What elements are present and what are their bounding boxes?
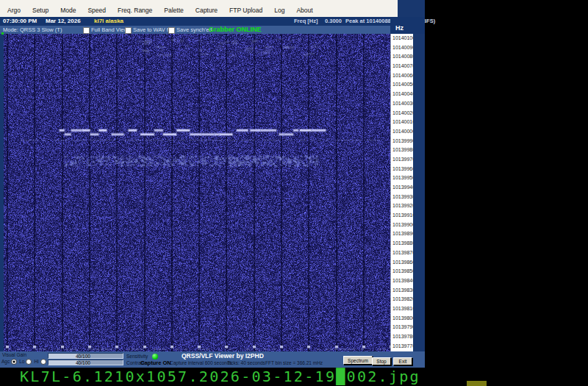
freq-scale-label: 10139900	[391, 221, 413, 230]
olive-artifact-block	[467, 381, 487, 386]
contrast-slider[interactable]: 40/100	[48, 360, 123, 365]
hz-unit-label: Hz	[395, 24, 404, 32]
visual-gain-option-label: Lo	[19, 359, 24, 364]
visual-gain-radio-agc[interactable]	[11, 359, 17, 365]
menu-item-setup[interactable]: Setup	[26, 7, 54, 17]
menu-bar: ArgoSetupModeSpeedFreq. RangePaletteCapt…	[0, 0, 398, 17]
freq-scale-label: 10139910	[391, 211, 413, 221]
freq-scale-label: 10140000	[391, 127, 413, 137]
controls-row: Mode: QRSS 3 Slow (T) Full Band View Sav…	[0, 26, 390, 34]
freq-scale-label: 10139770	[391, 342, 413, 351]
freq-scale-label: 10139920	[391, 201, 413, 211]
visual-gain-radio-lo[interactable]	[26, 359, 32, 365]
grabber-online-status: Grabber ONLINE	[209, 26, 262, 33]
freq-scale-label: 10139980	[391, 146, 413, 155]
freq-scale-label: 10139960	[391, 165, 413, 174]
spectrum-button[interactable]: Spectrum	[343, 356, 373, 365]
freq-scale-label: 10140100	[391, 34, 413, 43]
full-band-view-label: Full Band View	[91, 26, 128, 33]
freq-scale-label: 10139860	[391, 258, 413, 268]
status-bar: 07:30:00 PM Mar 12, 2026 kl7l alaska Fre…	[0, 17, 425, 26]
freq-scale-label: 10140090	[391, 43, 413, 53]
freq-scale-label: 10139880	[391, 239, 413, 249]
mode-readout: Mode: QRSS 3 Slow (T)	[3, 26, 62, 33]
freq-scale-label: 10139940	[391, 183, 413, 193]
freq-scale-label: 10139820	[391, 295, 413, 304]
freq-scale-label: 10140030	[391, 99, 413, 109]
exit-button[interactable]: Exit	[393, 357, 412, 365]
freq-scale-label: 10139870	[391, 249, 413, 258]
freq-scale-label: 10139780	[391, 332, 413, 342]
menu-item-mode[interactable]: Mode	[54, 7, 82, 17]
capture-interval-info: Capture interval 600 seconds	[170, 360, 232, 365]
fft-bin-info: FFT bin size = 366.21 mHz	[265, 360, 323, 365]
capture-on-status: Capture ON	[140, 360, 171, 366]
freq-scale-label: 10139790	[391, 323, 413, 332]
capture-led-icon	[152, 354, 158, 360]
save-synched-label: Save synch'ed	[176, 26, 212, 33]
spectrogram-canvas[interactable]	[4, 34, 390, 351]
freq-scale-label: 10139800	[391, 314, 413, 324]
freq-scale-label: 10139950	[391, 174, 413, 183]
app-title: QRSS/VLF Viewer by I2PHD	[182, 352, 264, 360]
freq-readout-label: Freq [Hz]	[294, 18, 318, 24]
freq-scale-label: 10139840	[391, 276, 413, 286]
freq-scale-label: 10139930	[391, 193, 413, 202]
callsign-label: kl7l alaska	[94, 18, 123, 24]
frequency-scale: 1014010010140090101400801014007010140060…	[390, 34, 413, 351]
freq-scale-label: 10139990	[391, 137, 413, 146]
freq-scale-label: 10139890	[391, 229, 413, 239]
sensitivity-slider-fill	[49, 354, 78, 358]
freq-readout-value: 0.3000	[325, 18, 342, 24]
freq-scale-label: 10140080	[391, 52, 413, 62]
stop-button[interactable]: Stop	[372, 357, 391, 365]
visual-gain-option-label: Agc	[1, 359, 10, 364]
grab-filename-text: KL7L-6.1210x1057.2026-03-12-19█002.jpg	[20, 368, 420, 385]
menu-item-about[interactable]: About	[290, 7, 318, 17]
sensitivity-value: 40/100	[76, 354, 90, 359]
freq-scale-label: 10140040	[391, 90, 413, 99]
full-band-view-checkbox[interactable]	[83, 27, 90, 34]
menu-item-capture[interactable]: Capture	[190, 7, 223, 17]
menu-item-freq-range[interactable]: Freq. Range	[112, 7, 158, 17]
visual-gain-option-label: Hi	[34, 359, 38, 364]
freq-scale-label: 10140020	[391, 109, 413, 118]
clock-time: 07:30:00 PM	[3, 18, 37, 24]
menu-item-speed[interactable]: Speed	[82, 7, 112, 17]
clock-date: Mar 12, 2026	[46, 18, 81, 24]
contrast-slider-fill	[49, 360, 78, 365]
freq-scale-label: 10140010	[391, 118, 413, 127]
freq-scale-label: 10139970	[391, 155, 413, 165]
contrast-value: 40/100	[76, 360, 90, 365]
freq-scale-label: 10139850	[391, 267, 413, 276]
visual-gain-radio-hi[interactable]	[40, 359, 46, 365]
save-synched-checkbox[interactable]	[168, 27, 175, 34]
freq-scale-label: 10139810	[391, 304, 413, 314]
freq-scale-label: 10140070	[391, 62, 413, 71]
freq-scale-label: 10140050	[391, 80, 413, 90]
menu-item-palette[interactable]: Palette	[158, 7, 189, 17]
freq-scale-label: 10140060	[391, 71, 413, 81]
menu-item-ftp-upload[interactable]: FTP Upload	[223, 7, 268, 17]
sensitivity-label: Sensitivity	[126, 354, 148, 359]
menu-item-log[interactable]: Log	[268, 7, 290, 17]
sensitivity-slider[interactable]: 40/100	[48, 353, 123, 359]
ticks-info: Ticks: 40 seconds	[227, 360, 265, 365]
argo-window: ArgoSetupModeSpeedFreq. RangePaletteCapt…	[0, 0, 425, 368]
visual-gain-title: Visual Gain	[2, 352, 26, 357]
save-wav-checkbox[interactable]	[125, 27, 132, 34]
screen: ArgoSetupModeSpeedFreq. RangePaletteCapt…	[0, 0, 588, 386]
visual-gain-radios: AgcLoHi	[1, 359, 49, 365]
menu-item-argo[interactable]: Argo	[1, 7, 26, 17]
freq-scale-label: 10139830	[391, 286, 413, 296]
